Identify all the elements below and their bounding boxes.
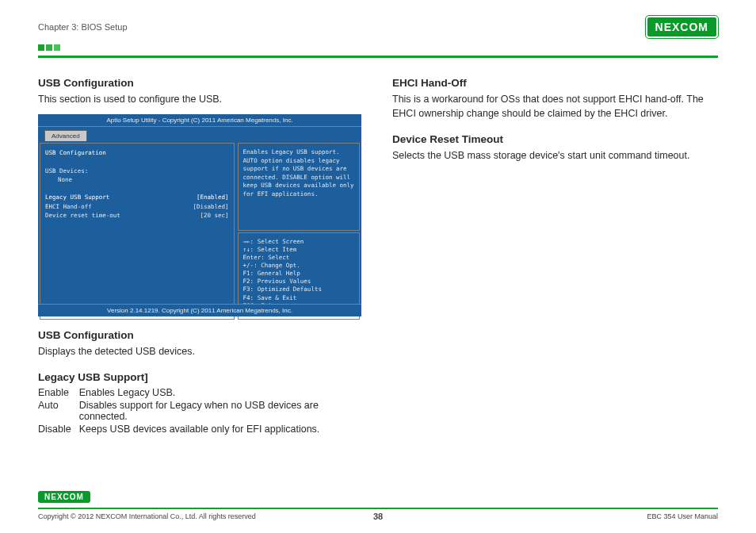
bios-devices-value: None	[45, 175, 229, 184]
heading-ehci-handoff: EHCI Hand-Off	[392, 77, 718, 89]
bios-timeout-value: [20 sec]	[200, 211, 228, 220]
chapter-label: Chapter 3: BIOS Setup	[38, 22, 128, 32]
square-icon	[54, 44, 60, 51]
page-header: Chapter 3: BIOS Setup NEXCOM	[38, 16, 718, 38]
copyright-text: Copyright © 2012 NEXCOM International Co…	[38, 512, 256, 520]
bios-ehci-value: [Disabled]	[193, 202, 228, 211]
footer-divider	[38, 508, 718, 509]
bios-ehci-label: EHCI Hand-off	[45, 202, 92, 211]
bios-body: USB Configuration USB Devices: None Lega…	[38, 141, 361, 321]
text-usb-configuration: This section is used to configure the US…	[38, 92, 364, 106]
option-value: Keeps USB devices available only for EFI…	[79, 423, 364, 435]
option-key: Enable	[38, 386, 79, 399]
bios-key: →←: Select Screen	[243, 238, 354, 246]
bios-row-legacy: Legacy USB Support [Enabled]	[45, 193, 229, 201]
decorative-squares	[38, 44, 718, 51]
nexcom-logo-footer: NEXCOM	[38, 491, 90, 503]
footer-row: Copyright © 2012 NEXCOM International Co…	[38, 512, 718, 520]
page-number: 38	[373, 512, 383, 521]
bios-key: +/-: Change Opt.	[243, 262, 354, 270]
square-icon	[38, 44, 44, 51]
bios-legacy-label: Legacy USB Support	[45, 193, 109, 201]
bios-section-title: USB Configuration	[45, 148, 229, 157]
text-usb-configuration-2: Displays the detected USB devices.	[38, 344, 364, 359]
square-icon	[46, 44, 52, 51]
page-footer: NEXCOM Copyright © 2012 NEXCOM Internati…	[38, 489, 718, 520]
bios-key: F1: General Help	[243, 270, 354, 278]
nexcom-logo: NEXCOM	[646, 16, 718, 38]
table-row: Disable Keeps USB devices available only…	[38, 423, 364, 435]
text-ehci-handoff: This is a workaround for OSs that does n…	[392, 92, 718, 121]
bios-key: F3: Optimized Defaults	[243, 286, 354, 293]
bios-help-panel: Enables Legacy USB support. AUTO option …	[238, 143, 360, 320]
bios-help-text: Enables Legacy USB support. AUTO option …	[238, 143, 360, 231]
table-row: Enable Enables Legacy USB.	[38, 386, 364, 399]
table-row: Auto Disables support for Legacy when no…	[38, 399, 364, 423]
bios-row-ehci: EHCI Hand-off [Disabled]	[45, 202, 229, 211]
left-column: USB Configuration This section is used t…	[38, 77, 364, 435]
bios-window: Aptio Setup Utility - Copyright (C) 2011…	[38, 114, 361, 316]
bios-timeout-label: Device reset time-out	[45, 211, 120, 220]
bios-key: F4: Save & Exit	[243, 294, 354, 302]
manual-page: Chapter 3: BIOS Setup NEXCOM USB Configu…	[0, 0, 756, 533]
option-key: Disable	[38, 423, 79, 435]
option-value: Enables Legacy USB.	[79, 386, 364, 399]
bios-row-timeout: Device reset time-out [20 sec]	[45, 211, 229, 220]
bios-devices-label: USB Devices:	[45, 167, 229, 175]
right-column: EHCI Hand-Off This is a workaround for O…	[392, 77, 718, 435]
heading-usb-configuration-2: USB Configuration	[38, 329, 364, 341]
option-value: Disables support for Legacy when no USB …	[79, 399, 364, 423]
legacy-options-table: Enable Enables Legacy USB. Auto Disables…	[38, 386, 364, 435]
manual-name: EBC 354 User Manual	[647, 512, 718, 520]
bios-footer-bar: Version 2.14.1219. Copyright (C) 2011 Am…	[38, 304, 361, 316]
bios-key: F2: Previous Values	[243, 278, 354, 286]
bios-settings-panel: USB Configuration USB Devices: None Lega…	[40, 143, 235, 320]
bios-tab-advanced: Advanced	[44, 130, 87, 141]
heading-usb-configuration: USB Configuration	[38, 77, 364, 89]
text-device-reset-timeout: Selects the USB mass storage device's st…	[392, 148, 718, 163]
bios-key: ↑↓: Select Item	[243, 246, 354, 254]
heading-legacy-usb: Legacy USB Support]	[38, 371, 364, 383]
content-columns: USB Configuration This section is used t…	[38, 77, 718, 435]
header-divider	[38, 56, 718, 58]
bios-legacy-value: [Enabled]	[197, 193, 229, 201]
option-key: Auto	[38, 399, 79, 423]
bios-key: Enter: Select	[243, 254, 354, 262]
heading-device-reset-timeout: Device Reset Timeout	[392, 133, 718, 145]
bios-title-bar: Aptio Setup Utility - Copyright (C) 2011…	[38, 114, 361, 127]
bios-screenshot: Aptio Setup Utility - Copyright (C) 2011…	[38, 114, 361, 316]
